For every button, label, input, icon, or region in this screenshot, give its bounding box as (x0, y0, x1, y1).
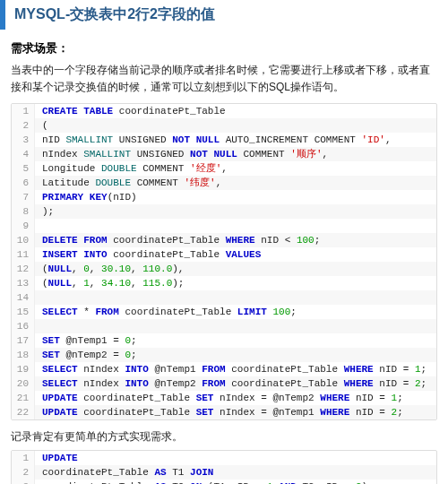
code-line: 5Longitude DOUBLE COMMENT '经度', (12, 161, 436, 176)
line-number: 3 (12, 133, 35, 147)
code-block-2: 1UPDATE2coordinatePt_Table AS T1 JOIN3co… (11, 450, 437, 484)
line-number: 18 (12, 348, 35, 362)
code-block-1: 1CREATE TABLE coordinatePt_Table2(3nID S… (11, 103, 437, 420)
code-content: (NULL, 0, 30.10, 110.0), (35, 262, 184, 276)
code-line: 15SELECT * FROM coordinatePt_Table LIMIT… (12, 305, 436, 319)
code-content: nID SMALLINT UNSIGNED NOT NULL AUTO_INCR… (35, 133, 392, 147)
code-line: 8); (12, 204, 436, 219)
code-line: 16 (12, 319, 436, 333)
code-line: 19SELECT nIndex INTO @nTemp1 FROM coordi… (12, 362, 436, 376)
code-content: ); (35, 204, 54, 219)
code-content: UPDATE (35, 451, 78, 465)
line-number: 16 (12, 319, 35, 333)
line-number: 2 (12, 118, 35, 133)
line-number: 15 (12, 305, 35, 319)
code-content: UPDATE coordinatePt_Table SET nIndex = @… (35, 391, 403, 405)
page-title: MYSQL-交换表中2行2字段的值 (0, 0, 448, 30)
code-line: 2( (12, 118, 436, 133)
code-line: 14 (12, 290, 436, 305)
code-content: SELECT * FROM coordinatePt_Table LIMIT 1… (35, 305, 297, 319)
code-content: Longitude DOUBLE COMMENT '经度', (35, 161, 228, 176)
code-line: 1UPDATE (12, 451, 436, 465)
note-paragraph: 记录肯定有更简单的方式实现需求。 (11, 429, 437, 445)
code-line: 2coordinatePt_Table AS T1 JOIN (12, 465, 436, 480)
line-number: 14 (12, 290, 35, 305)
line-number: 1 (12, 451, 35, 465)
line-number: 17 (12, 333, 35, 348)
code-content: Latitude DOUBLE COMMENT '纬度', (35, 176, 221, 190)
code-content: SELECT nIndex INTO @nTemp2 FROM coordina… (35, 376, 426, 391)
line-number: 21 (12, 391, 35, 405)
code-content: DELETE FROM coordinatePt_Table WHERE nID… (35, 233, 320, 247)
code-content: CREATE TABLE coordinatePt_Table (35, 104, 226, 118)
code-line: 7PRIMARY KEY(nID) (12, 190, 436, 204)
line-number: 5 (12, 161, 35, 176)
line-number: 13 (12, 276, 35, 290)
content-area: 需求场景： 当表中的一个字段存储当前记录的顺序或者排名时候，它需要进行上移或者下… (0, 40, 448, 484)
line-number: 9 (12, 219, 35, 233)
code-content: SET @nTemp2 = 0; (35, 348, 137, 362)
code-content (35, 290, 42, 305)
code-content: (NULL, 1, 34.10, 115.0); (35, 276, 184, 290)
code-content: PRIMARY KEY(nID) (35, 190, 137, 204)
code-line: 3nID SMALLINT UNSIGNED NOT NULL AUTO_INC… (12, 133, 436, 147)
code-content (35, 319, 42, 333)
code-line: 22UPDATE coordinatePt_Table SET nIndex =… (12, 405, 436, 419)
code-line: 4nIndex SMALLINT UNSIGNED NOT NULL COMME… (12, 147, 436, 161)
code-content: coordinatePt_Table AS T1 JOIN (35, 465, 213, 480)
section-heading: 需求场景： (11, 40, 437, 56)
line-number: 12 (12, 262, 35, 276)
line-number: 1 (12, 104, 35, 118)
line-number: 7 (12, 190, 35, 204)
line-number: 10 (12, 233, 35, 247)
code-content: ( (35, 118, 48, 133)
code-line: 20SELECT nIndex INTO @nTemp2 FROM coordi… (12, 376, 436, 391)
code-line: 10DELETE FROM coordinatePt_Table WHERE n… (12, 233, 436, 247)
code-line: 17SET @nTemp1 = 0; (12, 333, 436, 348)
code-line: 12(NULL, 0, 30.10, 110.0), (12, 262, 436, 276)
code-line: 18SET @nTemp2 = 0; (12, 348, 436, 362)
code-content (35, 219, 42, 233)
line-number: 22 (12, 405, 35, 419)
code-content: coordinatePt_Table AS T2 ON (T1.nID = 1 … (35, 480, 367, 484)
line-number: 6 (12, 176, 35, 190)
code-content: nIndex SMALLINT UNSIGNED NOT NULL COMMEN… (35, 147, 328, 161)
intro-paragraph: 当表中的一个字段存储当前记录的顺序或者排名时候，它需要进行上移或者下移，或者直接… (11, 62, 437, 96)
code-line: 3coordinatePt_Table AS T2 ON (T1.nID = 1… (12, 480, 436, 484)
line-number: 3 (12, 480, 35, 484)
code-content: SELECT nIndex INTO @nTemp1 FROM coordina… (35, 362, 426, 376)
code-content: UPDATE coordinatePt_Table SET nIndex = @… (35, 405, 403, 419)
line-number: 4 (12, 147, 35, 161)
code-line: 1CREATE TABLE coordinatePt_Table (12, 104, 436, 118)
code-line: 6Latitude DOUBLE COMMENT '纬度', (12, 176, 436, 190)
line-number: 2 (12, 465, 35, 480)
code-line: 21UPDATE coordinatePt_Table SET nIndex =… (12, 391, 436, 405)
code-line: 11INSERT INTO coordinatePt_Table VALUES (12, 247, 436, 262)
code-content: INSERT INTO coordinatePt_Table VALUES (35, 247, 261, 262)
line-number: 11 (12, 247, 35, 262)
line-number: 19 (12, 362, 35, 376)
code-content: SET @nTemp1 = 0; (35, 333, 137, 348)
line-number: 20 (12, 376, 35, 391)
line-number: 8 (12, 204, 35, 219)
code-line: 13(NULL, 1, 34.10, 115.0); (12, 276, 436, 290)
code-line: 9 (12, 219, 436, 233)
